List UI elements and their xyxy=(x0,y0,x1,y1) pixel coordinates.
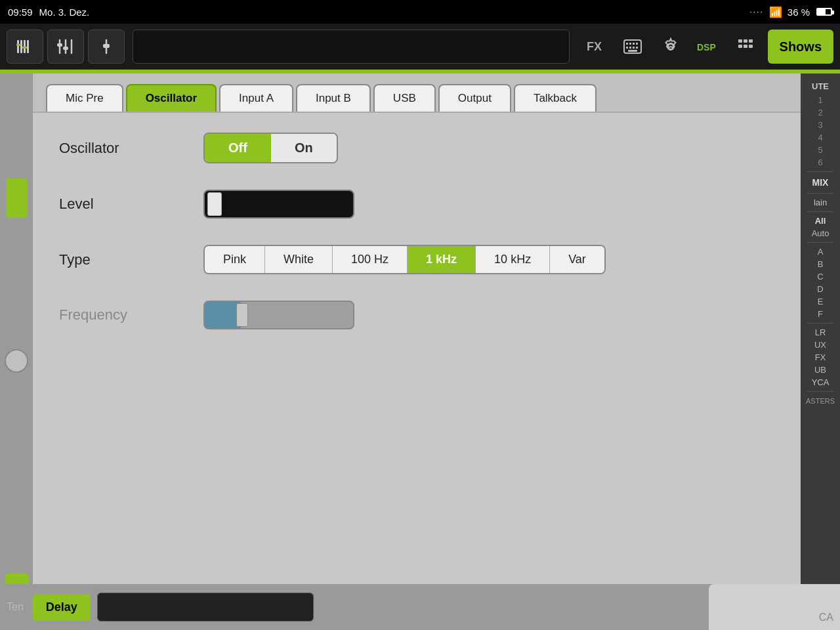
rs-letter-d[interactable]: D xyxy=(817,284,823,294)
fx-button[interactable]: FX xyxy=(578,30,612,64)
oscillator-off-button[interactable]: Off xyxy=(205,134,271,162)
rs-mix[interactable]: MIX xyxy=(812,177,829,188)
battery-icon xyxy=(816,8,832,16)
rs-num-4: 4 xyxy=(818,133,822,142)
rs-divider-1 xyxy=(807,171,833,172)
status-date: Mo. 3. Dez. xyxy=(39,7,90,18)
settings-button[interactable] xyxy=(654,30,688,64)
frequency-slider-track[interactable] xyxy=(203,301,354,329)
svg-rect-22 xyxy=(628,50,637,52)
tab-mic-pre[interactable]: Mic Pre xyxy=(46,84,123,112)
sidebar-gray-knob[interactable] xyxy=(5,349,28,373)
tab-input-a[interactable]: Input A xyxy=(219,84,293,112)
rs-letter-e[interactable]: E xyxy=(818,297,824,306)
svg-rect-16 xyxy=(633,43,635,45)
tab-oscillator[interactable]: Oscillator xyxy=(126,84,217,112)
type-100hz[interactable]: 100 Hz xyxy=(333,246,408,273)
level-slider-thumb[interactable] xyxy=(207,192,222,216)
level-row: Level xyxy=(59,190,774,219)
svg-rect-0 xyxy=(17,40,19,53)
tab-usb[interactable]: USB xyxy=(373,84,436,112)
svg-rect-5 xyxy=(22,47,27,49)
rs-letter-c[interactable]: C xyxy=(817,272,823,282)
svg-rect-9 xyxy=(57,43,62,47)
svg-text:DSP: DSP xyxy=(697,42,716,52)
type-10khz[interactable]: 10 kHz xyxy=(476,246,550,273)
battery-text: 36 % xyxy=(788,7,810,18)
svg-rect-4 xyxy=(16,44,21,46)
type-pink[interactable]: Pink xyxy=(205,246,265,273)
rs-yca[interactable]: YCA xyxy=(812,377,830,387)
svg-rect-15 xyxy=(629,43,631,45)
svg-rect-12 xyxy=(103,44,110,48)
svg-rect-10 xyxy=(63,47,68,50)
rs-ux[interactable]: UX xyxy=(814,340,826,350)
rs-divider-2 xyxy=(807,193,833,194)
grid-button[interactable] xyxy=(730,30,764,64)
tab-input-b[interactable]: Input B xyxy=(296,84,371,112)
bottom-bar: Ten Delay CA xyxy=(0,584,840,630)
tab-output[interactable]: Output xyxy=(438,84,511,112)
keyboard-button[interactable] xyxy=(616,30,650,64)
fader-icon-btn[interactable] xyxy=(47,30,84,64)
frequency-slider-thumb[interactable] xyxy=(236,303,248,327)
channel-icon-btn[interactable] xyxy=(88,30,125,64)
left-sidebar xyxy=(0,74,33,630)
bottom-input[interactable] xyxy=(97,593,314,621)
svg-rect-19 xyxy=(629,47,631,49)
status-bar: 09:59 Mo. 3. Dez. ···· 📶 36 % xyxy=(0,0,840,24)
rs-num-2: 2 xyxy=(818,108,822,117)
search-bar[interactable] xyxy=(133,30,570,64)
rs-num-5: 5 xyxy=(818,145,822,155)
rs-lr[interactable]: LR xyxy=(815,327,826,337)
status-time: 09:59 xyxy=(8,7,33,18)
bottom-right-panel: CA xyxy=(709,584,840,630)
rs-fx[interactable]: FX xyxy=(815,352,826,362)
mixer-icon-btn[interactable] xyxy=(7,30,43,64)
rs-num-6: 6 xyxy=(818,158,822,167)
oscillator-on-button[interactable]: On xyxy=(271,134,337,162)
level-slider-track[interactable] xyxy=(203,190,354,219)
svg-rect-29 xyxy=(749,45,753,48)
rs-num-1: 1 xyxy=(818,95,822,105)
oscillator-toggle[interactable]: Off On xyxy=(203,133,338,163)
status-signal: ···· 📶 36 % xyxy=(749,6,832,18)
rs-ub[interactable]: UB xyxy=(814,365,826,375)
rs-divider-6 xyxy=(807,391,833,392)
svg-rect-20 xyxy=(633,47,635,49)
shows-button[interactable]: Shows xyxy=(768,30,833,64)
tab-talkback[interactable]: Talkback xyxy=(514,84,597,112)
rs-letter-a[interactable]: A xyxy=(818,247,824,257)
frequency-slider-fill xyxy=(205,302,241,328)
wifi-icon: 📶 xyxy=(769,6,782,18)
ca-label: CA xyxy=(819,612,833,623)
svg-rect-14 xyxy=(626,43,628,45)
svg-rect-17 xyxy=(636,43,638,45)
rs-all[interactable]: All xyxy=(815,216,826,226)
dspbox-button[interactable]: DSP xyxy=(692,30,726,64)
rs-masters: ASTERS xyxy=(806,397,835,405)
rs-divider-5 xyxy=(807,323,833,324)
rs-letter-f[interactable]: F xyxy=(818,309,823,319)
rs-num-3: 3 xyxy=(818,120,822,130)
toolbar: FX DSP xyxy=(0,24,840,70)
svg-rect-21 xyxy=(636,47,638,49)
type-white[interactable]: White xyxy=(265,246,333,273)
sidebar-green-button[interactable] xyxy=(6,178,27,218)
level-label: Level xyxy=(59,196,203,213)
type-1khz[interactable]: 1 kHz xyxy=(408,246,476,273)
delay-button[interactable]: Delay xyxy=(33,594,91,621)
svg-rect-18 xyxy=(626,47,628,49)
settings-panel: Oscillator Off On Level Type Pink White xyxy=(33,113,801,630)
svg-rect-28 xyxy=(744,45,747,48)
rs-mute: UTE xyxy=(812,81,829,91)
type-row: Type Pink White 100 Hz 1 kHz 10 kHz Var xyxy=(59,245,774,274)
type-group[interactable]: Pink White 100 Hz 1 kHz 10 kHz Var xyxy=(203,245,606,274)
right-sidebar: UTE 1 2 3 4 5 6 MIX lain All Auto A B C … xyxy=(801,74,840,630)
rs-auto[interactable]: Auto xyxy=(812,228,830,238)
type-var[interactable]: Var xyxy=(550,246,604,273)
rs-letter-b[interactable]: B xyxy=(818,259,824,269)
rs-divider-3 xyxy=(807,211,833,212)
frequency-row: Frequency xyxy=(59,301,774,329)
svg-rect-27 xyxy=(738,45,742,48)
